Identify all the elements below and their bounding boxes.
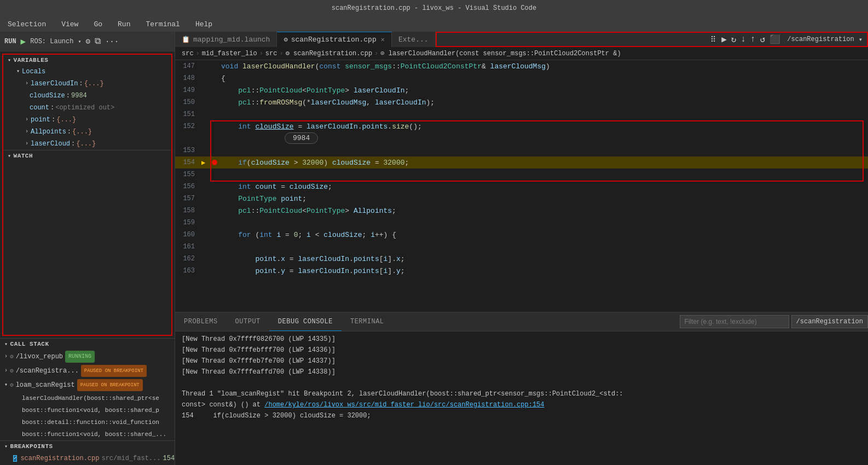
tab-scan[interactable]: ⚙ scanRegistration.cpp ✕	[277, 32, 392, 47]
stack-subitem-2[interactable]: boost::function1<void, boost::shared_p	[0, 404, 175, 416]
console-output: [New Thread 0x7ffff0826700 (LWP 14335)] …	[175, 332, 868, 465]
code-lines: 147 void laserCloudHandler(const sensor_…	[175, 60, 868, 277]
menu-view[interactable]: View	[58, 19, 82, 30]
bc-mid[interactable]: mid_faster_lio	[202, 50, 257, 57]
thread-scanRegistra[interactable]: › ⚙ /scanRegistra... PAUSED ON BREAKPOIN…	[0, 364, 175, 378]
code-line-152: 152 int cloudSize = laserCloudIn.points.…	[175, 120, 868, 132]
cpp-file-icon: ⚙	[283, 36, 287, 44]
callstack-chevron: ▾	[4, 341, 8, 347]
filter-input[interactable]	[680, 315, 789, 328]
thread-icon: ⚙	[10, 351, 14, 362]
locals-group: ▾ Locals › laserCloudIn : {...} cloudSiz…	[3, 66, 171, 150]
code-line-148: 148 {	[175, 72, 868, 84]
tab-debug-console[interactable]: DEBUG CONSOLE	[269, 312, 342, 331]
debug-toolbar: RUN ▶ ROS: Launch ▾ ⚙ ⧉ ···	[0, 32, 175, 51]
locals-header[interactable]: ▾ Locals	[8, 66, 171, 78]
tab-label: scanRegistration.cpp	[291, 36, 377, 44]
breakpoint-marker	[212, 160, 217, 165]
more-icon[interactable]: ···	[105, 37, 119, 46]
bc-func[interactable]: ⊙ laserCloudHandler(const sensor_msgs::P…	[380, 49, 621, 57]
breakpoints-header[interactable]: ▾ BREAKPOINTS	[0, 441, 175, 452]
menu-selection[interactable]: Selection	[4, 19, 49, 30]
var-count[interactable]: count : <optimized out>	[8, 102, 171, 114]
bottom-tabs: PROBLEMS OUTPUT DEBUG CONSOLE TERMINAL /…	[175, 312, 868, 332]
var-cloudSize[interactable]: cloudSize : 9984	[8, 90, 171, 102]
var-name: Allpoints	[31, 126, 66, 137]
var-value: {...}	[72, 126, 92, 137]
tab-mapping[interactable]: 📋 mapping_mid.launch	[175, 32, 277, 47]
menu-terminal[interactable]: Terminal	[142, 19, 183, 30]
code-line-157: 157 PointType point;	[175, 193, 868, 205]
var-Allpoints[interactable]: › Allpoints : {...}	[8, 126, 171, 138]
stop-button[interactable]: ⬛	[767, 33, 783, 46]
variables-chevron: ▾	[8, 57, 11, 63]
menu-help[interactable]: Help	[192, 19, 216, 30]
var-laserCloudIn[interactable]: › laserCloudIn : {...}	[8, 78, 171, 90]
var-name: laserCloud	[31, 138, 70, 149]
thread-expand-icon: ▾	[4, 380, 8, 391]
variables-header[interactable]: ▾ VARIABLES	[3, 55, 171, 66]
locals-label: Locals	[22, 66, 45, 77]
breakpoint-item[interactable]: ✓ scanRegistration.cpp src/mid_fast... 1…	[0, 452, 175, 465]
callstack-label: CALL STACK	[10, 341, 49, 347]
thread-name: loam_scanRegist	[16, 380, 75, 391]
variables-panel: ▾ VARIABLES ▾ Locals › laserCloudIn : {.…	[2, 54, 172, 336]
create-launch-icon[interactable]: ⧉	[95, 36, 101, 47]
code-line-155: 155	[175, 168, 868, 181]
menu-run[interactable]: Run	[114, 19, 134, 30]
route-dropdown[interactable]: ▾	[859, 36, 867, 44]
tab-output[interactable]: OUTPUT	[227, 312, 269, 331]
thread-livox-repub[interactable]: › ⚙ /livox_repub RUNNING	[0, 350, 175, 364]
thread-icon: ⚙	[10, 380, 14, 391]
tab-ext[interactable]: Exte...	[392, 32, 436, 47]
bp-line: 154	[163, 453, 175, 464]
launch-dropdown[interactable]: ▾	[78, 38, 81, 45]
bc-src2[interactable]: src	[265, 50, 277, 57]
continue-button[interactable]: ▶	[719, 33, 729, 46]
console-line-6: Thread 1 "loam_scanRegist" hit Breakpoin…	[182, 388, 861, 399]
tab-close-icon[interactable]: ✕	[381, 36, 385, 44]
launch-file-icon: 📋	[182, 36, 190, 44]
tab-terminal[interactable]: TERMINAL	[342, 312, 393, 331]
var-value: <optimized out>	[55, 102, 114, 113]
step-over-button[interactable]: ↻	[729, 33, 739, 46]
thread-loam[interactable]: ▾ ⚙ loam_scanRegist PAUSED ON BREAKPOINT	[0, 378, 175, 392]
bc-file[interactable]: ⚙ scanRegistration.cpp	[286, 49, 372, 57]
step-into-button[interactable]: ↓	[738, 33, 748, 45]
gear-icon[interactable]: ⚙	[86, 37, 90, 46]
menu-go[interactable]: Go	[90, 19, 106, 30]
debug-arrow-icon: ▶	[201, 159, 210, 167]
launch-config-name: ROS: Launch	[30, 38, 73, 45]
stack-subitem-1[interactable]: laserCloudHandler(boost::shared_ptr<se	[0, 392, 175, 404]
watch-section: ▾ WATCH	[3, 150, 171, 161]
stack-subitem-3[interactable]: boost::detail::function::void_function	[0, 416, 175, 428]
breakpoints-label: BREAKPOINTS	[10, 443, 53, 450]
code-editor[interactable]: 147 void laserCloudHandler(const sensor_…	[175, 60, 868, 312]
var-value: {...}	[76, 138, 96, 149]
var-name: point	[31, 114, 50, 125]
play-button[interactable]: ▶	[21, 36, 26, 47]
restart-button[interactable]: ↺	[758, 33, 768, 46]
code-line-150: 150 pcl::fromROSMsg(*laserCloudMsg, lase…	[175, 96, 868, 108]
callstack-header[interactable]: ▾ CALL STACK	[0, 339, 175, 350]
bc-src[interactable]: src	[182, 50, 194, 57]
watch-label: WATCH	[14, 153, 33, 159]
expand-icon: ›	[25, 78, 28, 89]
var-name: laserCloudIn	[31, 78, 78, 89]
file-link[interactable]: /home/kyle/ros/livox_ws/src/mid_faster_l…	[264, 401, 544, 409]
watch-header[interactable]: ▾ WATCH	[3, 150, 171, 161]
stack-subitem-4[interactable]: boost::function1<void, boost::shared_...	[0, 428, 175, 440]
console-line-3: [New Thread 0x7fffeb7fe700 (LWP 14337)]	[182, 356, 861, 367]
step-out-button[interactable]: ↑	[748, 33, 758, 45]
console-line-5	[182, 377, 861, 388]
tooltip-value: 9984	[293, 134, 310, 142]
bp-checkbox[interactable]: ✓	[13, 455, 17, 462]
expand-icon: ›	[25, 138, 28, 149]
code-line-158: 158 pcl::PointCloud<PointType> Allpoints…	[175, 205, 868, 217]
code-line-151: 151	[175, 108, 868, 120]
console-line-2: [New Thread 0x7fffebfff700 (LWP 14336)]	[182, 345, 861, 356]
var-point[interactable]: › point : {...}	[8, 114, 171, 126]
var-laserCloud[interactable]: › laserCloud : {...}	[8, 138, 171, 150]
top-bar: 📋 mapping_mid.launch ⚙ scanRegistration.…	[175, 32, 868, 47]
tab-problems[interactable]: PROBLEMS	[175, 312, 227, 331]
